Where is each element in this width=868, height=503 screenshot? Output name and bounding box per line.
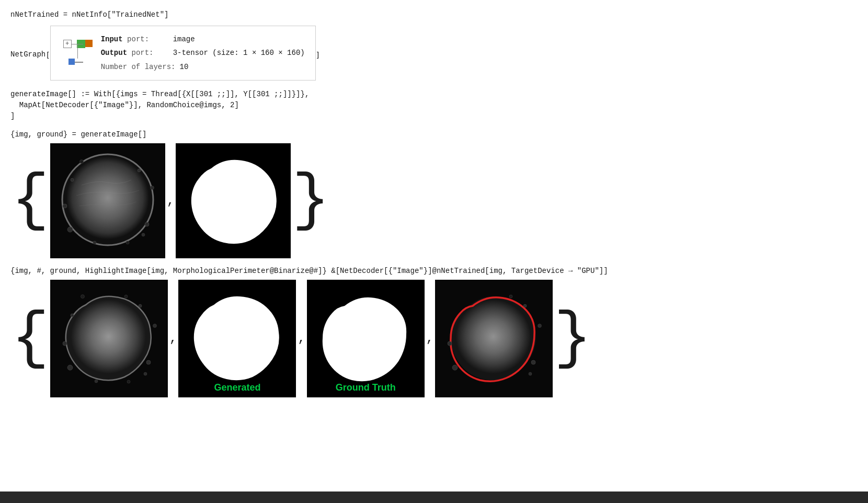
- highlight-image: [435, 280, 553, 397]
- svg-point-20: [63, 341, 67, 346]
- code-text-1: nNetTrained = nNetInfo["TrainedNet"]: [10, 10, 168, 19]
- mask-svg-1: [176, 143, 291, 258]
- mask-svg-2: [178, 280, 296, 397]
- plus-icon: +: [63, 40, 72, 48]
- highlight-svg: [435, 280, 553, 397]
- svg-point-34: [529, 372, 532, 375]
- netgraph-container: NetGraph [ + Input port: image: [10, 26, 858, 81]
- svg-point-35: [509, 295, 512, 298]
- svg-point-29: [452, 365, 458, 370]
- svg-point-31: [523, 304, 527, 307]
- comma-3: ,: [298, 331, 305, 346]
- svg-point-33: [448, 341, 452, 346]
- svg-point-3: [67, 227, 73, 232]
- comma-1: ,: [167, 194, 174, 208]
- img-ground-code: {img, ground} = generateImage[]: [10, 129, 858, 140]
- input-bold: Input: [101, 35, 123, 43]
- mask-image-1: [176, 143, 291, 258]
- svg-point-25: [124, 295, 128, 298]
- generated-label: Generated: [214, 382, 260, 393]
- svg-point-12: [126, 241, 129, 244]
- mask-image-3: Ground Truth: [307, 280, 425, 397]
- svg-point-30: [531, 360, 535, 364]
- orange-square-icon: [85, 40, 93, 47]
- layers-row: Number of layers: 10: [101, 61, 305, 73]
- svg-point-5: [138, 169, 141, 172]
- svg-point-15: [67, 365, 73, 370]
- code-line-3: {img, ground} = generateImage[]: [10, 129, 858, 140]
- svg-point-6: [71, 178, 74, 181]
- mask-svg-3: [307, 280, 425, 397]
- input-port-row: Input port: image: [101, 33, 305, 45]
- svg-point-8: [63, 204, 67, 208]
- code-line-2-2: MapAt[NetDecoder[{"Image"}], RandomChoic…: [10, 100, 858, 111]
- svg-point-7: [151, 186, 154, 190]
- svg-point-17: [139, 304, 142, 307]
- svg-point-18: [71, 314, 74, 317]
- cell-svg-2: [50, 280, 168, 397]
- svg-point-19: [153, 324, 157, 328]
- code-line-4: {img, #, ground, HighlightImage[img, Mor…: [10, 266, 858, 277]
- code-line-1: nNetTrained = nNetInfo["TrainedNet"]: [10, 9, 858, 20]
- output-port-value: 3-tensor (size: 1 × 160 × 160): [173, 47, 305, 59]
- connector-line-v: [77, 44, 78, 59]
- netgraph-info: Input port: image Output port: 3-tensor …: [101, 33, 305, 73]
- code-line-2-3: ]: [10, 111, 858, 122]
- layers-label: Number of layers:: [101, 61, 176, 73]
- svg-point-4: [145, 222, 149, 226]
- close-brace-1: }: [292, 169, 329, 232]
- svg-point-10: [93, 241, 96, 244]
- open-brace-2: {: [12, 307, 49, 370]
- code-line-2-1: generateImage[] := With[{imgs = Thread[{…: [10, 89, 858, 100]
- svg-point-24: [127, 380, 130, 383]
- netgraph-label: NetGraph: [10, 26, 45, 58]
- svg-point-22: [95, 380, 98, 383]
- ground-truth-label: Ground Truth: [336, 382, 396, 393]
- cell-image-2: [50, 280, 168, 397]
- open-brace-1: {: [12, 169, 49, 232]
- svg-point-16: [146, 360, 151, 364]
- svg-point-32: [538, 324, 542, 328]
- cell-image-1: [50, 143, 165, 258]
- highlight-code: {img, #, ground, HighlightImage[img, Mor…: [10, 266, 858, 277]
- close-brace-2: }: [554, 307, 591, 370]
- bottom-bar: [0, 491, 868, 503]
- output-bold: Output: [101, 49, 127, 57]
- comma-4: ,: [426, 331, 433, 346]
- generate-image-code: generateImage[] := With[{imgs = Thread[{…: [10, 89, 858, 122]
- output-port-label: Output port:: [101, 47, 169, 59]
- layers-value: 10: [179, 61, 188, 73]
- mask-image-2: Generated: [178, 280, 296, 397]
- svg-point-11: [80, 160, 84, 164]
- cell-svg-1: [50, 143, 165, 258]
- netgraph-icon: +: [61, 38, 93, 69]
- image-row-1: {: [10, 143, 858, 258]
- blue-square-icon: [68, 59, 75, 65]
- svg-point-21: [144, 372, 147, 375]
- main-content: nNetTrained = nNetInfo["TrainedNet"] Net…: [0, 0, 868, 397]
- image-row-2: {: [10, 280, 858, 397]
- input-port-label: Input port:: [101, 33, 169, 45]
- comma-2: ,: [169, 331, 177, 346]
- svg-point-23: [81, 295, 85, 299]
- input-port-value: image: [173, 33, 195, 45]
- svg-point-9: [142, 233, 145, 236]
- output-port-row: Output port: 3-tensor (size: 1 × 160 × 1…: [101, 47, 305, 59]
- netgraph-box: + Input port: image Output port: [50, 26, 316, 81]
